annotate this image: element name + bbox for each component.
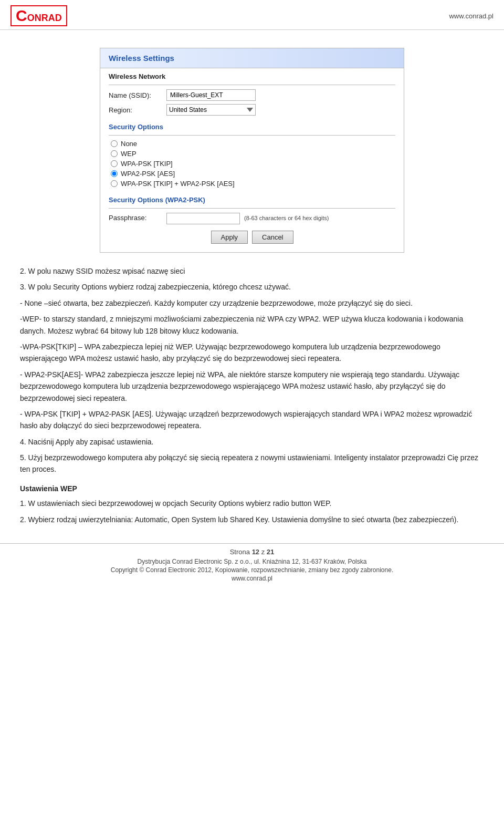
para-3: - None –sieć otwarta, bez zabezpieczeń. …: [20, 297, 484, 309]
radio-wpa2-aes-row: WPA2-PSK [AES]: [109, 170, 395, 178]
para-8: 4. Naciśnij Apply aby zapisać ustawienia…: [20, 436, 484, 448]
security-wpa2-title: Security Options (WPA2-PSK): [109, 196, 395, 204]
para-6: - WPA2-PSK[AES]- WPA2 zabezpiecza jeszcz…: [20, 369, 484, 404]
body-text: 2. W polu nazwy SSID możesz wpisać nazwę…: [16, 265, 488, 525]
security-wpa2-section: Security Options (WPA2-PSK) Passphrase: …: [100, 192, 404, 224]
radio-none-row: None: [109, 140, 395, 148]
para-9: 5. Użyj bezprzewodowego komputera aby po…: [20, 452, 484, 475]
footer-line1: Dystrybucja Conrad Electronic Sp. z o.o.…: [5, 558, 499, 565]
radio-wpa-wpa2-row: WPA-PSK [TKIP] + WPA2-PSK [AES]: [109, 180, 395, 188]
para-4: -WEP- to starszy standard, z mniejszymi …: [20, 313, 484, 337]
button-row: Apply Cancel: [100, 231, 404, 244]
ssid-label: Name (SSID):: [109, 91, 166, 99]
radio-wep[interactable]: [111, 150, 118, 157]
radio-wpa-tkip-label: WPA-PSK [TKIP]: [121, 160, 173, 168]
logo-area: C onrad: [10, 5, 67, 26]
apply-button[interactable]: Apply: [211, 231, 248, 244]
ssid-input[interactable]: [166, 89, 256, 101]
footer-line2: Copyright © Conrad Electronic 2012, Kopi…: [5, 566, 499, 574]
page-header: C onrad www.conrad.pl: [0, 0, 504, 30]
page-number: Strona 12 z 21: [5, 548, 499, 556]
panel-title: Wireless Settings: [100, 48, 404, 68]
network-section-title: Wireless Network: [109, 72, 395, 80]
logo-onrad: onrad: [27, 13, 62, 23]
wep-section-heading: Ustawienia WEP: [20, 483, 484, 494]
radio-wep-row: WEP: [109, 150, 395, 158]
passphrase-hint: (8-63 characters or 64 hex digits): [244, 213, 329, 222]
radio-wpa2-aes[interactable]: [111, 170, 118, 177]
para-2: 3. W polu Security Options wybierz rodza…: [20, 281, 484, 293]
region-select[interactable]: United States: [166, 104, 256, 116]
para-11: 2. Wybierz rodzaj uwierzytelniania: Auto…: [20, 514, 484, 525]
para-5: -WPA-PSK[TKIP] – WPA zabezpiecza lepiej …: [20, 341, 484, 365]
page-footer: Strona 12 z 21 Dystrybucja Conrad Electr…: [0, 543, 504, 586]
wireless-settings-panel: Wireless Settings Wireless Network Name …: [100, 48, 404, 253]
conrad-logo: C onrad: [10, 5, 67, 26]
radio-wpa-wpa2[interactable]: [111, 180, 118, 187]
page-total: 21: [267, 548, 274, 556]
logo-c: C: [16, 8, 27, 24]
cancel-button[interactable]: Cancel: [252, 231, 293, 244]
page-text: Strona: [230, 548, 250, 556]
page-current: 12: [252, 548, 259, 556]
main-content: Wireless Settings Wireless Network Name …: [0, 30, 504, 535]
radio-wpa-tkip[interactable]: [111, 160, 118, 167]
network-section: Wireless Network Name (SSID): Region: Un…: [100, 68, 404, 116]
radio-wpa2-aes-label: WPA2-PSK [AES]: [121, 170, 175, 178]
para-1: 2. W polu nazwy SSID możesz wpisać nazwę…: [20, 265, 484, 277]
passphrase-row: Passphrase: (8-63 characters or 64 hex d…: [109, 213, 395, 224]
radio-wep-label: WEP: [121, 150, 136, 158]
footer-line3: www.conrad.pl: [5, 575, 499, 582]
ssid-row: Name (SSID):: [109, 89, 395, 101]
para-10: 1. W ustawieniach sieci bezprzewodowej w…: [20, 498, 484, 509]
region-row: Region: United States: [109, 104, 395, 116]
radio-wpa-tkip-row: WPA-PSK [TKIP]: [109, 160, 395, 168]
page-separator: z: [261, 548, 265, 556]
header-url: www.conrad.pl: [449, 12, 494, 20]
security-options-section: Security Options None WEP WPA-PSK [TKIP]…: [100, 119, 404, 188]
radio-none[interactable]: [111, 140, 118, 147]
passphrase-label: Passphrase:: [109, 213, 166, 222]
passphrase-input[interactable]: [166, 213, 240, 224]
radio-wpa-wpa2-label: WPA-PSK [TKIP] + WPA2-PSK [AES]: [121, 180, 235, 188]
security-options-title: Security Options: [109, 123, 395, 131]
region-label: Region:: [109, 106, 166, 114]
radio-none-label: None: [121, 140, 137, 148]
para-7: - WPA-PSK [TKIP] + WPA2-PASK [AES]. Używ…: [20, 408, 484, 432]
